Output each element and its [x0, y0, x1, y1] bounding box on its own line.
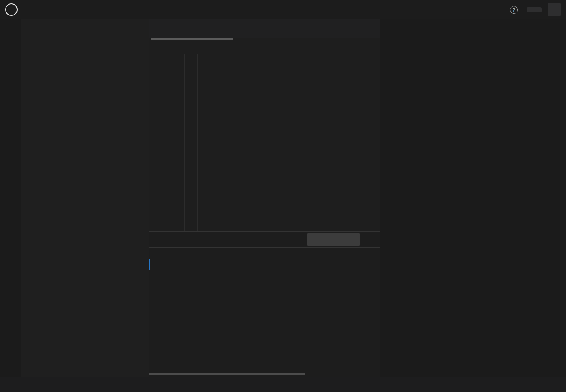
app-window: ? — [0, 0, 566, 392]
output-log[interactable] — [149, 248, 380, 374]
statusbar — [0, 377, 566, 392]
guide-button[interactable]: ? — [510, 6, 521, 14]
online-dot — [530, 7, 533, 10]
output-focus-marker — [149, 259, 150, 270]
explorer-header — [21, 19, 149, 36]
editor-area — [149, 19, 380, 377]
code-editor[interactable] — [149, 52, 380, 231]
question-icon: ? — [510, 6, 518, 14]
indent-guide — [184, 54, 185, 231]
output-tabbar — [149, 232, 380, 248]
connected-button[interactable] — [527, 7, 542, 12]
editor-toolbar — [373, 19, 380, 38]
avatar-button[interactable] — [548, 3, 561, 16]
file-tree — [21, 36, 149, 43]
titlebar: ? — [0, 0, 566, 19]
title-right: ? — [510, 0, 561, 19]
left-activity-bar — [0, 19, 21, 377]
editor-tabbar — [149, 19, 380, 38]
breadcrumb[interactable] — [149, 40, 380, 52]
right-activity-bar — [545, 19, 566, 377]
output-panel — [149, 231, 380, 377]
output-filter-dropdown[interactable] — [307, 233, 360, 246]
title-center — [0, 0, 566, 19]
indent-guide — [197, 54, 198, 231]
transactions-panel — [380, 19, 545, 377]
explorer-sidebar — [21, 19, 149, 377]
output-horizontal-scrollbar[interactable] — [149, 373, 305, 375]
transactions-title — [380, 19, 545, 47]
